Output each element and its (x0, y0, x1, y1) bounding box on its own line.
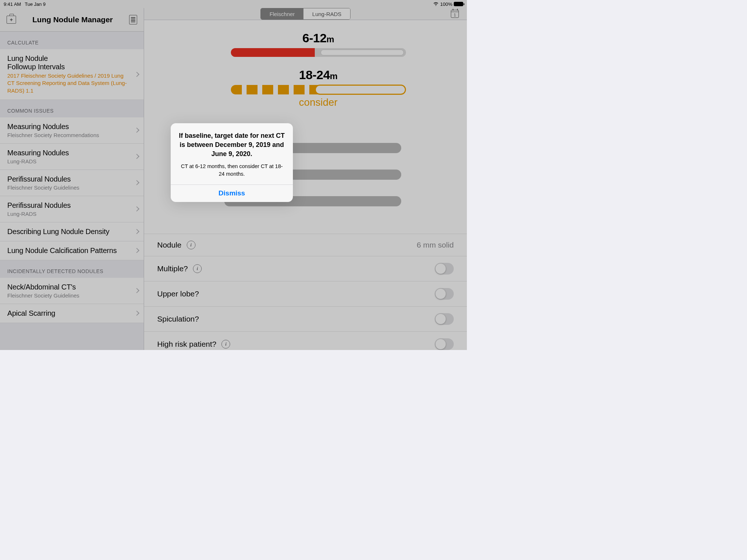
cell-apical-scarring[interactable]: Apical Scarring (0, 304, 144, 323)
cell-measuring-fleischner[interactable]: Measuring Nodules Fleischner Society Rec… (0, 117, 144, 144)
chevron-right-icon (134, 248, 139, 253)
sidebar: Lung Nodule Manager CALCULATE Lung Nodul… (0, 8, 144, 350)
cell-perifissural-fleischner[interactable]: Perifissural Nodules Fleischner Society … (0, 170, 144, 196)
info-icon[interactable]: i (187, 241, 196, 249)
main-header: Fleischner Lung-RADS 1 (144, 8, 467, 20)
switch-high-risk[interactable] (435, 338, 454, 350)
medical-kit-icon[interactable] (7, 16, 16, 24)
interval-1-bar (231, 48, 406, 57)
cell-measuring-lungrads[interactable]: Measuring Nodules Lung-RADS (0, 144, 144, 170)
chevron-right-icon (134, 206, 139, 211)
section-header-calculate: CALCULATE (0, 32, 144, 49)
tab-fleischner[interactable]: Fleischner (261, 8, 303, 19)
cell-neck-abdominal[interactable]: Neck/Abdominal CT's Fleischner Society G… (0, 278, 144, 304)
sidebar-header: Lung Nodule Manager (0, 8, 144, 32)
cell-calcification[interactable]: Lung Nodule Calcification Patterns (0, 241, 144, 260)
switch-multiple[interactable] (435, 263, 454, 275)
row-upper-lobe: Upper lobe? (144, 281, 467, 307)
chevron-right-icon (134, 128, 139, 133)
row-multiple: Multiple?i (144, 256, 467, 281)
interval-2-bar (231, 85, 406, 94)
row-high-risk: High risk patient?i (144, 332, 467, 350)
chevron-right-icon (134, 311, 139, 316)
battery-pct: 100% (440, 1, 452, 7)
nodule-form: Nodulei 6 mm solid Multiple?i Upper lobe… (144, 234, 467, 350)
info-icon[interactable]: i (221, 340, 230, 349)
wifi-icon (433, 1, 439, 7)
sidebar-title: Lung Nodule Manager (16, 15, 129, 24)
interval-1-label: 6-12m (217, 31, 419, 45)
alert-message: CT at 6-12 months, then consider CT at 1… (178, 163, 286, 178)
cell-perifissural-lungrads[interactable]: Perifissural Nodules Lung-RADS (0, 196, 144, 222)
interval-2-label: 18-24m (217, 68, 419, 82)
section-header-incidental: INCIDENTALLY DETECTED NODULES (0, 260, 144, 278)
guideline-segmented-control[interactable]: Fleischner Lung-RADS (260, 8, 351, 20)
interval-chart: 6-12m 18-24m consider (144, 20, 467, 127)
row-spiculation: Spiculation? (144, 307, 467, 332)
row-nodule[interactable]: Nodulei 6 mm solid (144, 234, 467, 256)
sidebar-list[interactable]: CALCULATE Lung Nodule Followup Intervals… (0, 32, 144, 350)
chevron-right-icon (134, 288, 139, 293)
info-icon[interactable]: i (193, 264, 202, 273)
chevron-right-icon (134, 72, 139, 77)
calendar-icon[interactable]: 1 (451, 10, 459, 18)
section-header-common: COMMON ISSUES (0, 100, 144, 117)
status-bar: 9:41 AM Tue Jan 9 100% (0, 0, 467, 8)
battery-icon (454, 2, 463, 6)
alert-title: If baseline, target date for next CT is … (178, 131, 286, 158)
consider-label: consider (231, 97, 406, 108)
cell-followup-intervals[interactable]: Lung Nodule Followup Intervals 2017 Flei… (0, 49, 144, 100)
chevron-right-icon (134, 180, 139, 185)
switch-upper-lobe[interactable] (435, 288, 454, 300)
status-date: Tue Jan 9 (25, 1, 46, 7)
target-date-alert: If baseline, target date for next CT is … (171, 123, 293, 202)
cell-density[interactable]: Describing Lung Nodule Density (0, 222, 144, 241)
chevron-right-icon (134, 229, 139, 234)
chevron-right-icon (134, 154, 139, 159)
status-time: 9:41 AM (4, 1, 21, 7)
tab-lungrads[interactable]: Lung-RADS (303, 8, 350, 19)
dismiss-button[interactable]: Dismiss (171, 184, 293, 202)
switch-spiculation[interactable] (435, 313, 454, 325)
document-icon[interactable] (129, 15, 137, 24)
